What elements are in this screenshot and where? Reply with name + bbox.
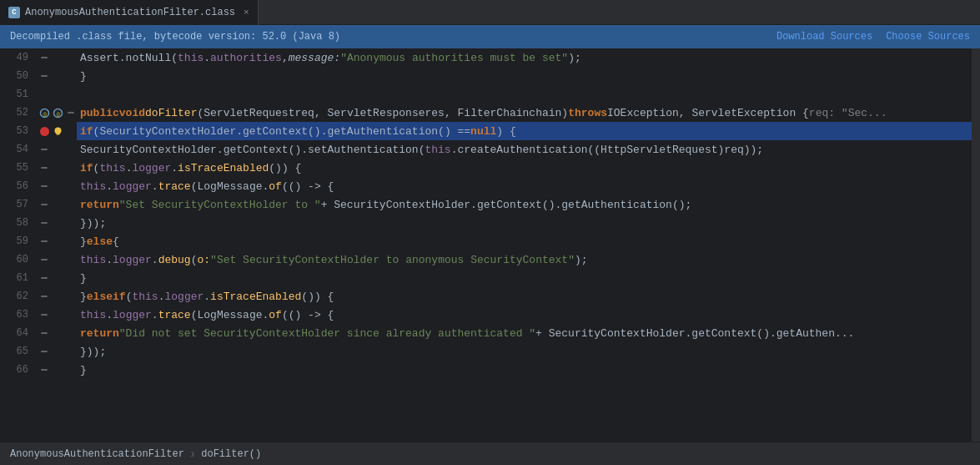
code-token: } <box>80 291 87 303</box>
code-token: , FilterChain <box>445 107 529 119</box>
class-file-icon: C <box>8 7 20 18</box>
code-token: "Did not set SecurityContextHolder since… <box>119 327 535 340</box>
code-token: isTraceEnabled <box>210 291 301 303</box>
code-line: } <box>77 269 972 287</box>
vertical-scrollbar[interactable] <box>972 48 980 442</box>
code-token: chain <box>529 107 561 119</box>
code-token: (SecurityContextHolder.getContext().getA… <box>93 125 470 138</box>
gutter-icons <box>35 70 77 82</box>
info-bar-actions: Download Sources Choose Sources <box>776 31 970 43</box>
gutter-row: 65 <box>0 342 77 361</box>
fold-icon[interactable] <box>38 199 50 210</box>
fold-icon[interactable] <box>38 254 50 265</box>
bulb-icon[interactable] <box>52 125 63 137</box>
svg-rect-9 <box>56 134 59 135</box>
code-token: logger <box>113 180 152 193</box>
fold-icon[interactable] <box>38 346 50 357</box>
code-token: . <box>152 309 158 321</box>
gutter-row: 59 <box>0 232 77 250</box>
code-token: Assert.notNull( <box>80 52 178 64</box>
line-number: 60 <box>0 254 35 265</box>
gutter-row: 55 <box>0 159 77 177</box>
code-token: of <box>269 309 282 321</box>
tab-close-button[interactable]: × <box>244 8 249 18</box>
fold-icon[interactable] <box>38 272 50 284</box>
download-sources-link[interactable]: Download Sources <box>776 31 872 43</box>
code-line: return "Set SecurityContextHolder to " +… <box>77 195 972 214</box>
gutter-row: 50 <box>0 67 77 85</box>
fold-icon[interactable] <box>38 70 50 82</box>
code-token: logger <box>113 309 152 321</box>
code-token: of <box>269 180 282 193</box>
fold-icon[interactable] <box>38 162 50 174</box>
fold-icon[interactable] <box>38 52 50 63</box>
code-token: { <box>113 235 119 248</box>
code-line: } <box>77 361 972 379</box>
breakpoint-icon[interactable] <box>38 125 50 137</box>
fold-icon[interactable] <box>38 309 50 321</box>
svg-rect-13 <box>41 204 48 205</box>
code-token: debug <box>158 254 191 266</box>
fold-icon[interactable] <box>38 291 50 302</box>
svg-rect-21 <box>41 351 48 352</box>
fold-icon[interactable] <box>38 217 50 229</box>
line-number: 51 <box>0 88 35 100</box>
code-token: logger <box>164 291 204 303</box>
code-token: . <box>158 291 165 303</box>
code-token: void <box>119 107 145 119</box>
file-tab[interactable]: C AnonymousAuthenticationFilter.class × <box>0 0 259 25</box>
gutter-row: 57 <box>0 195 77 214</box>
annotation-icon[interactable]: @ <box>38 107 50 119</box>
line-number: 54 <box>0 144 35 155</box>
line-number: 65 <box>0 346 35 357</box>
svg-rect-22 <box>41 369 48 371</box>
code-token: else <box>87 235 113 248</box>
annotation-icon[interactable]: @ <box>52 107 63 119</box>
code-token: ()) { <box>301 291 334 303</box>
gutter-row: 63 <box>0 306 77 324</box>
code-line: })); <box>77 214 972 232</box>
code-token: req <box>724 144 743 156</box>
code-token: return <box>80 327 119 340</box>
svg-rect-20 <box>41 332 48 334</box>
gutter-row: 60 <box>0 250 77 269</box>
code-token: this <box>80 309 106 321</box>
svg-point-8 <box>54 127 61 134</box>
fold-icon[interactable] <box>38 364 50 376</box>
code-token: this <box>178 52 204 64</box>
fold-icon[interactable] <box>38 180 50 192</box>
code-token: )); <box>744 144 763 156</box>
fold-icon[interactable] <box>38 235 50 247</box>
code-token: "Set SecurityContextHolder to " <box>119 199 321 211</box>
choose-sources-link[interactable]: Choose Sources <box>886 31 970 43</box>
svg-rect-15 <box>41 240 48 242</box>
fold-icon[interactable] <box>38 327 50 339</box>
code-token: SecurityContextHolder.getContext().setAu… <box>80 144 425 156</box>
gutter-row: 66 <box>0 361 77 379</box>
code-line: return "Did not set SecurityContextHolde… <box>77 324 972 342</box>
svg-point-7 <box>40 127 49 136</box>
code-line: } <box>77 67 972 85</box>
code-content[interactable]: Assert.notNull(this.authorities, message… <box>77 48 972 442</box>
code-token: . <box>106 180 113 193</box>
line-number: 53 <box>0 125 35 137</box>
code-token: } <box>80 235 87 248</box>
code-line: if (this.logger.isTraceEnabled()) { <box>77 159 972 177</box>
gutter-icons <box>35 327 77 339</box>
code-token: , <box>282 52 289 64</box>
code-token: ) <box>561 107 568 119</box>
code-token: if <box>80 125 93 138</box>
code-line: this.logger.trace(LogMessage.of(() -> { <box>77 177 972 195</box>
code-token: IOException, ServletException { <box>607 107 809 119</box>
code-token: ( <box>126 291 133 303</box>
svg-rect-6 <box>68 112 74 114</box>
fold-icon[interactable] <box>65 107 77 119</box>
fold-icon[interactable] <box>38 144 50 155</box>
code-token: authorities <box>210 52 282 64</box>
gutter-icons <box>35 309 77 321</box>
code-token: . <box>152 254 158 266</box>
code-token: .createAuthentication((HttpServletReques… <box>451 144 725 156</box>
code-token: doFilter <box>145 107 197 119</box>
line-number: 57 <box>0 199 35 210</box>
gutter-icons <box>35 125 77 137</box>
